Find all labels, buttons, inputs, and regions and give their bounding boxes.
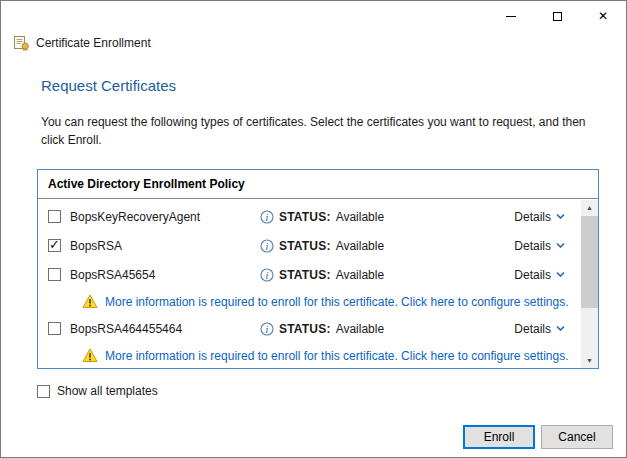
info-icon: i <box>260 210 274 224</box>
details-label: Details <box>514 322 551 336</box>
vertical-scrollbar[interactable]: ▲ ▼ <box>581 200 598 368</box>
details-label: Details <box>514 210 551 224</box>
page-title: Request Certificates <box>41 77 176 94</box>
template-name: BopsRSA45654 <box>70 268 260 282</box>
template-name: BopsRSA464455464 <box>70 322 260 336</box>
show-all-templates-label: Show all templates <box>57 384 158 398</box>
template-list: BopsKeyRecoveryAgent i STATUS: Available… <box>38 200 581 368</box>
warning-link[interactable]: More information is required to enroll f… <box>105 295 569 309</box>
chevron-down-icon <box>556 242 565 249</box>
template-checkbox[interactable] <box>48 210 61 223</box>
enroll-button[interactable]: Enroll <box>463 425 535 449</box>
svg-text:i: i <box>266 240 269 251</box>
status-group: i STATUS: Available <box>260 210 384 224</box>
policy-header: Active Directory Enrollment Policy <box>38 170 598 199</box>
cancel-button[interactable]: Cancel <box>541 425 613 449</box>
show-all-templates-checkbox[interactable] <box>37 385 50 398</box>
window-title: Certificate Enrollment <box>36 36 151 50</box>
template-row[interactable]: BopsRSA464455464 i STATUS: Available Det… <box>38 314 581 343</box>
details-label: Details <box>514 239 551 253</box>
details-toggle[interactable]: Details <box>514 322 565 336</box>
chevron-down-icon <box>556 213 565 220</box>
scroll-down-button[interactable]: ▼ <box>581 353 598 368</box>
info-icon: i <box>260 239 274 253</box>
status-label: STATUS: <box>279 322 331 336</box>
details-label: Details <box>514 268 551 282</box>
scroll-up-button[interactable]: ▲ <box>581 200 598 215</box>
certificate-icon <box>13 35 29 51</box>
template-checkbox[interactable] <box>48 322 61 335</box>
warning-icon <box>82 294 98 309</box>
status-value: Available <box>336 322 384 336</box>
template-checkbox[interactable] <box>48 239 61 252</box>
status-group: i STATUS: Available <box>260 268 384 282</box>
template-row[interactable]: BopsRSA i STATUS: Available Details <box>38 231 581 260</box>
info-icon: i <box>260 268 274 282</box>
svg-text:i: i <box>266 323 269 334</box>
template-warning: More information is required to enroll f… <box>38 343 581 368</box>
scrollbar-thumb[interactable] <box>581 216 598 308</box>
status-label: STATUS: <box>279 210 331 224</box>
show-all-templates: Show all templates <box>37 384 158 398</box>
details-toggle[interactable]: Details <box>514 268 565 282</box>
template-name: BopsKeyRecoveryAgent <box>70 210 260 224</box>
info-icon: i <box>260 322 274 336</box>
close-button[interactable]: ✕ <box>580 1 626 31</box>
chevron-down-icon <box>556 325 565 332</box>
status-value: Available <box>336 210 384 224</box>
close-icon: ✕ <box>598 10 608 22</box>
chevron-down-icon <box>556 271 565 278</box>
maximize-button[interactable] <box>534 1 580 31</box>
svg-text:i: i <box>266 269 269 280</box>
warning-link[interactable]: More information is required to enroll f… <box>105 349 569 363</box>
status-label: STATUS: <box>279 268 331 282</box>
page-description: You can request the following types of c… <box>41 113 589 149</box>
minimize-button[interactable] <box>488 1 534 31</box>
details-toggle[interactable]: Details <box>514 239 565 253</box>
svg-text:i: i <box>266 211 269 222</box>
template-row[interactable]: BopsRSA45654 i STATUS: Available Details <box>38 260 581 289</box>
template-name: BopsRSA <box>70 239 260 253</box>
status-value: Available <box>336 268 384 282</box>
template-row[interactable]: BopsKeyRecoveryAgent i STATUS: Available… <box>38 202 581 231</box>
certificate-enrollment-window: ✕ Certificate Enrollment Request Certifi… <box>0 0 627 458</box>
status-group: i STATUS: Available <box>260 239 384 253</box>
status-label: STATUS: <box>279 239 331 253</box>
window-controls: ✕ <box>488 1 626 31</box>
maximize-icon <box>553 12 562 21</box>
warning-icon <box>82 348 98 363</box>
template-warning: More information is required to enroll f… <box>38 289 581 314</box>
titlebar: Certificate Enrollment <box>13 35 151 51</box>
status-value: Available <box>336 239 384 253</box>
status-group: i STATUS: Available <box>260 322 384 336</box>
minimize-icon <box>506 16 516 17</box>
template-checkbox[interactable] <box>48 268 61 281</box>
details-toggle[interactable]: Details <box>514 210 565 224</box>
enrollment-policy-list: Active Directory Enrollment Policy BopsK… <box>37 169 599 369</box>
